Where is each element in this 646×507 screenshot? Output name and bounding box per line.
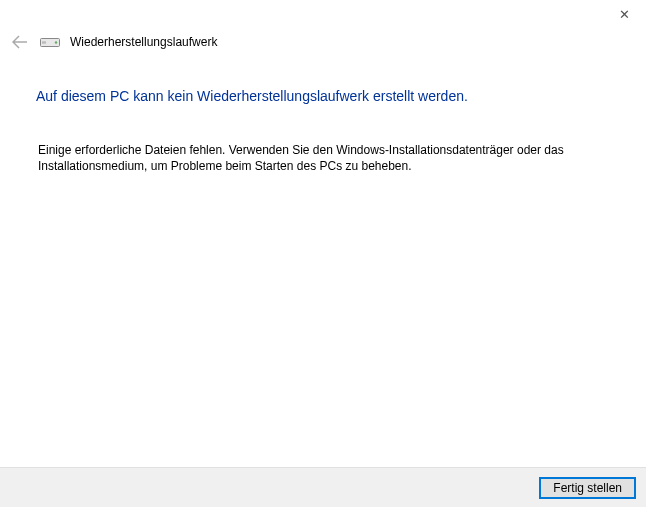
body-message: Einige erforderliche Dateien fehlen. Ver… — [36, 142, 596, 174]
close-icon: ✕ — [619, 7, 630, 22]
wizard-header: Wiederherstellungslaufwerk — [0, 28, 646, 60]
page-title: Auf diesem PC kann kein Wiederherstellun… — [36, 88, 620, 104]
back-button[interactable] — [10, 32, 30, 52]
svg-point-1 — [55, 41, 57, 43]
finish-button[interactable]: Fertig stellen — [539, 477, 636, 499]
footer-bar: Fertig stellen — [0, 467, 646, 507]
window-title: Wiederherstellungslaufwerk — [70, 35, 217, 49]
content-area: Auf diesem PC kann kein Wiederherstellun… — [0, 60, 646, 174]
arrow-left-icon — [12, 35, 28, 49]
drive-icon — [40, 35, 60, 49]
title-bar: ✕ — [0, 0, 646, 28]
svg-rect-2 — [42, 41, 46, 43]
close-button[interactable]: ✕ — [610, 4, 638, 24]
